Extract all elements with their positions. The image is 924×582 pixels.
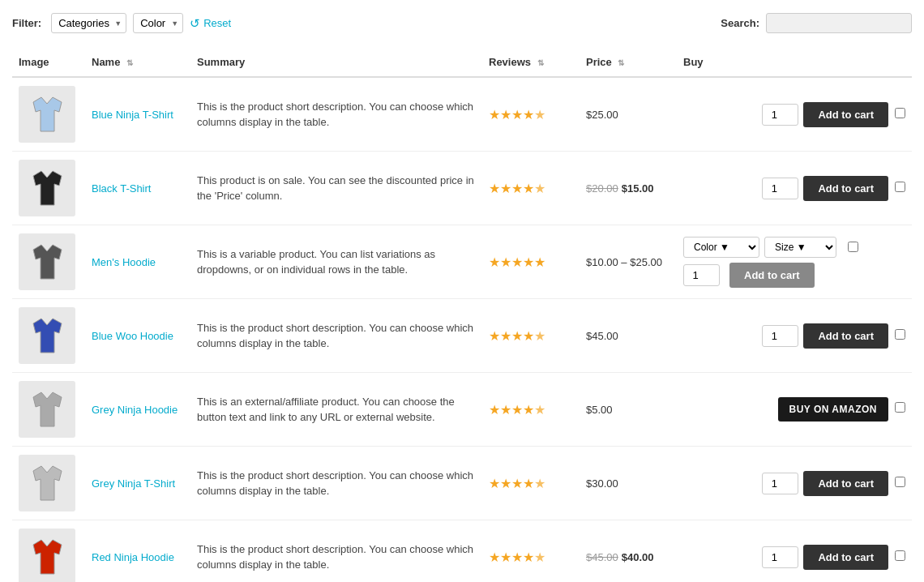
product-name-link[interactable]: Grey Ninja T-Shirt xyxy=(92,477,175,490)
product-image-cell xyxy=(12,520,85,583)
product-image-cell xyxy=(12,77,85,152)
price-original: $20.00 xyxy=(586,182,618,195)
product-image xyxy=(19,307,75,364)
svg-marker-3 xyxy=(33,319,62,353)
reset-label: Reset xyxy=(203,17,231,29)
qty-input[interactable] xyxy=(762,104,798,126)
product-image-cell xyxy=(12,299,85,373)
product-buy-cell: Add to cart xyxy=(677,299,912,373)
product-table: Image Name ⇅ Summary Reviews ⇅ Price ⇅ B… xyxy=(12,48,912,582)
product-image xyxy=(19,455,75,511)
product-summary: This is the product short description. Y… xyxy=(190,447,482,520)
table-row: Grey Ninja HoodieThis is an external/aff… xyxy=(12,373,912,447)
product-buy-cell: Add to cart xyxy=(677,152,912,225)
reset-button[interactable]: ↺ Reset xyxy=(190,16,231,31)
color-variant-select[interactable]: Color ▼ xyxy=(683,237,759,258)
color-wrapper: Color xyxy=(133,13,183,33)
product-price: $20.00$15.00 xyxy=(580,152,677,225)
product-reviews: ★★★★★ xyxy=(482,225,580,299)
product-reviews: ★★★★★ xyxy=(482,152,580,225)
price-regular: $10.00 – $25.00 xyxy=(586,256,662,268)
product-name-link[interactable]: Blue Woo Hoodie xyxy=(92,330,173,342)
buy-external-button[interactable]: BUY ON AMAZON xyxy=(778,397,889,422)
search-label: Search: xyxy=(721,17,759,29)
qty-input[interactable] xyxy=(683,264,720,286)
product-image xyxy=(19,233,75,290)
price-sort-icon: ⇅ xyxy=(618,58,624,67)
product-name-link[interactable]: Men's Hoodie xyxy=(92,256,156,268)
product-name-link[interactable]: Black T-Shirt xyxy=(92,182,151,195)
product-buy-cell: Add to cart xyxy=(677,520,912,583)
product-image-cell xyxy=(12,152,85,225)
svg-marker-2 xyxy=(33,245,62,279)
product-buy-cell: Add to cart xyxy=(677,77,912,152)
table-row: Blue Woo HoodieThis is the product short… xyxy=(12,299,912,373)
size-variant-select[interactable]: Size ▼ xyxy=(764,237,836,258)
price-sale: $40.00 xyxy=(622,551,654,563)
th-reviews[interactable]: Reviews ⇅ xyxy=(482,48,580,77)
th-summary: Summary xyxy=(190,48,482,77)
filter-label: Filter: xyxy=(12,17,41,29)
qty-input[interactable] xyxy=(762,546,798,568)
table-row: Grey Ninja T-ShirtThis is the product sh… xyxy=(12,447,912,520)
product-summary: This is the product short description. Y… xyxy=(190,299,482,373)
product-price: $30.00 xyxy=(580,447,677,520)
product-reviews: ★★★★★ xyxy=(482,447,580,520)
th-buy: Buy xyxy=(677,48,912,77)
name-sort-icon: ⇅ xyxy=(126,58,133,67)
product-checkbox[interactable] xyxy=(895,477,905,487)
product-name-link[interactable]: Grey Ninja Hoodie xyxy=(92,404,178,416)
search-input[interactable] xyxy=(766,13,912,33)
product-image xyxy=(19,160,75,216)
price-original: $45.00 xyxy=(586,551,618,563)
color-select[interactable]: Color xyxy=(133,13,183,33)
variant-dropdowns: Color ▼Size ▼ xyxy=(683,237,905,258)
table-row: Men's HoodieThis is a variable product. … xyxy=(12,225,912,299)
product-summary: This is a variable product. You can list… xyxy=(190,225,482,299)
svg-marker-5 xyxy=(33,466,62,500)
product-reviews: ★★★★★ xyxy=(482,520,580,583)
qty-input[interactable] xyxy=(762,325,798,347)
product-buy-cell: Color ▼Size ▼Add to cart xyxy=(677,225,912,299)
product-checkbox[interactable] xyxy=(895,182,905,192)
reviews-sort-icon: ⇅ xyxy=(537,58,544,67)
table-row: Black T-ShirtThis product is on sale. Yo… xyxy=(12,152,912,225)
add-to-cart-button[interactable]: Add to cart xyxy=(803,176,888,201)
price-sale: $15.00 xyxy=(622,182,654,195)
table-row: Blue Ninja T-ShirtThis is the product sh… xyxy=(12,77,912,152)
th-image: Image xyxy=(12,48,85,77)
th-name[interactable]: Name ⇅ xyxy=(85,48,190,77)
add-to-cart-button[interactable]: Add to cart xyxy=(803,545,888,570)
price-regular: $25.00 xyxy=(586,109,618,121)
product-price: $45.00 xyxy=(580,299,677,373)
product-reviews: ★★★★★ xyxy=(482,299,580,373)
qty-input[interactable] xyxy=(762,473,798,494)
add-to-cart-button[interactable]: Add to cart xyxy=(729,263,815,288)
product-image-cell xyxy=(12,447,85,520)
product-tbody: Blue Ninja T-ShirtThis is the product sh… xyxy=(12,77,912,582)
svg-marker-1 xyxy=(33,171,62,205)
th-price[interactable]: Price ⇅ xyxy=(580,48,677,77)
product-name-link[interactable]: Red Ninja Hoodie xyxy=(92,551,174,563)
add-to-cart-button[interactable]: Add to cart xyxy=(803,471,888,496)
product-checkbox[interactable] xyxy=(895,550,905,561)
product-price: $45.00$40.00 xyxy=(580,520,677,583)
product-name-cell: Blue Ninja T-Shirt xyxy=(85,77,190,152)
product-checkbox[interactable] xyxy=(895,329,905,340)
categories-select[interactable]: Categories xyxy=(51,13,126,33)
product-name-cell: Grey Ninja Hoodie xyxy=(85,373,190,447)
filter-bar: Filter: Categories Color ↺ Reset Search: xyxy=(12,8,912,38)
qty-input[interactable] xyxy=(762,178,798,199)
price-regular: $30.00 xyxy=(586,477,618,490)
add-to-cart-button[interactable]: Add to cart xyxy=(803,102,888,127)
product-price: $25.00 xyxy=(580,77,677,152)
product-checkbox[interactable] xyxy=(848,242,858,252)
add-to-cart-button[interactable]: Add to cart xyxy=(803,323,888,349)
price-regular: $5.00 xyxy=(586,404,613,416)
svg-marker-0 xyxy=(33,97,62,131)
product-checkbox[interactable] xyxy=(895,108,905,118)
product-image xyxy=(19,381,75,438)
product-name-link[interactable]: Blue Ninja T-Shirt xyxy=(92,109,173,121)
product-buy-cell: BUY ON AMAZON xyxy=(677,373,912,447)
product-checkbox[interactable] xyxy=(895,402,905,413)
